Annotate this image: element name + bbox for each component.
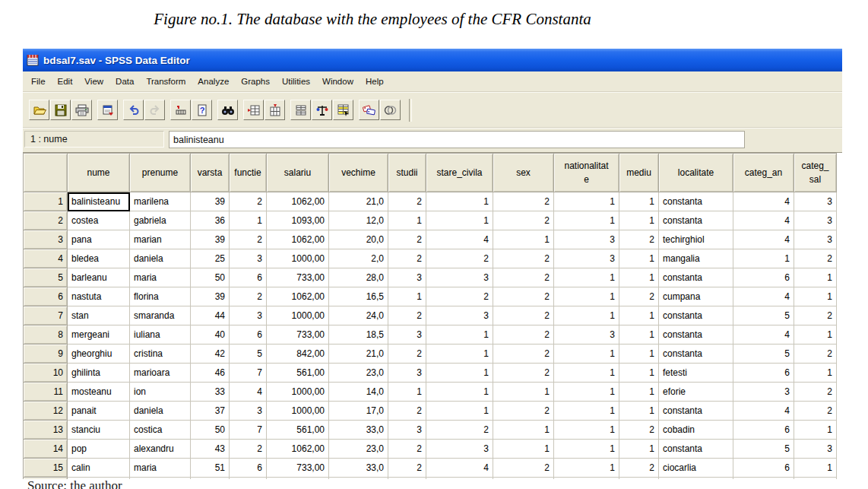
data-cell[interactable]: 1 (554, 192, 619, 211)
data-cell[interactable]: 25 (191, 249, 230, 268)
data-cell[interactable]: constanta (659, 402, 733, 421)
data-cell[interactable]: 33,0 (329, 421, 388, 440)
column-header-nationalitate[interactable]: nationalitat e (554, 154, 619, 192)
data-cell[interactable]: 2 (230, 287, 267, 306)
row-header-1[interactable]: 1 (24, 192, 68, 211)
data-cell[interactable]: 2 (493, 268, 554, 287)
row-header-4[interactable]: 4 (24, 249, 68, 268)
data-cell[interactable]: 44 (191, 306, 230, 325)
data-cell[interactable]: 20,0 (329, 230, 388, 249)
data-cell[interactable]: 2 (619, 230, 659, 249)
toolbar-button-select-cases[interactable] (333, 100, 353, 120)
data-cell[interactable]: 2 (388, 345, 426, 364)
data-cell[interactable]: pana (68, 230, 130, 249)
data-cell[interactable]: 2 (794, 345, 837, 364)
data-cell[interactable]: 6 (733, 421, 794, 440)
data-cell[interactable]: 1000,00 (267, 402, 329, 421)
data-cell[interactable]: 2 (794, 383, 837, 402)
data-cell[interactable]: 1 (230, 211, 267, 230)
data-cell[interactable]: 1 (619, 211, 659, 230)
data-cell[interactable]: 24,0 (329, 306, 388, 325)
data-cell[interactable]: 1 (619, 383, 659, 402)
data-cell[interactable]: costea (68, 211, 130, 230)
data-cell[interactable]: 1 (794, 364, 837, 383)
menu-item-view[interactable]: View (78, 75, 109, 87)
data-cell[interactable]: 1000,00 (267, 249, 329, 268)
column-header-studii[interactable]: studii (388, 154, 426, 192)
data-cell[interactable]: 842,00 (267, 345, 329, 364)
column-header-sex[interactable]: sex (493, 154, 554, 192)
data-cell[interactable]: 42 (191, 345, 230, 364)
data-cell[interactable]: 2 (493, 211, 554, 230)
toolbar-button-find[interactable] (217, 100, 238, 120)
data-cell[interactable]: 1 (426, 345, 493, 364)
data-cell[interactable]: 43 (191, 440, 230, 459)
data-cell[interactable]: daniela (130, 402, 191, 421)
data-cell[interactable]: 1 (794, 287, 837, 306)
data-cell[interactable]: mosteanu (68, 383, 130, 402)
data-cell[interactable]: 4 (733, 402, 794, 421)
data-cell[interactable]: 3 (426, 268, 493, 287)
data-cell[interactable]: 2 (493, 364, 554, 383)
data-cell[interactable]: 1 (794, 421, 837, 440)
data-cell[interactable]: 4 (733, 192, 794, 211)
data-cell[interactable]: 1 (619, 440, 659, 459)
toolbar-button-goto-case[interactable] (170, 100, 191, 120)
data-cell[interactable]: 1062,00 (267, 192, 329, 211)
toolbar-button-weight-cases[interactable] (312, 100, 332, 120)
column-header-functie[interactable]: functie (230, 154, 267, 192)
data-cell[interactable]: 3 (388, 325, 426, 345)
data-cell[interactable]: ion (130, 383, 191, 402)
data-cell[interactable]: 2 (388, 402, 426, 421)
data-cell[interactable]: 561,00 (267, 364, 329, 383)
data-cell[interactable]: constanta (659, 211, 733, 230)
toolbar-button-insert-variable[interactable] (265, 100, 285, 120)
data-cell[interactable]: 1 (733, 249, 794, 268)
menu-item-help[interactable]: Help (360, 75, 390, 87)
data-cell[interactable]: costica (130, 421, 191, 440)
data-cell[interactable]: 1 (794, 268, 837, 287)
data-cell[interactable]: 6 (230, 268, 267, 287)
data-cell[interactable]: 4 (733, 287, 794, 306)
data-cell[interactable]: 3 (230, 249, 267, 268)
data-cell[interactable]: 1 (388, 211, 426, 230)
data-cell[interactable]: 4 (426, 230, 493, 249)
data-cell[interactable]: mergeani (68, 325, 130, 345)
data-cell[interactable]: 3 (388, 421, 426, 440)
column-header-varsta[interactable]: varsta (191, 154, 230, 192)
row-header-11[interactable]: 11 (24, 383, 68, 402)
data-cell[interactable]: 17,0 (329, 402, 388, 421)
menu-item-file[interactable]: File (25, 75, 52, 87)
data-cell[interactable]: maria (130, 268, 191, 287)
data-cell[interactable]: mangalia (659, 249, 733, 268)
toolbar-button-save[interactable] (50, 100, 71, 120)
menu-item-data[interactable]: Data (109, 75, 140, 87)
data-cell[interactable]: 2 (388, 440, 426, 459)
data-cell[interactable]: 5 (733, 440, 794, 459)
data-cell[interactable]: 3 (388, 268, 426, 287)
row-header-3[interactable]: 3 (24, 230, 68, 249)
data-cell[interactable]: marioara (130, 364, 191, 383)
data-cell[interactable]: constanta (659, 440, 733, 459)
data-cell[interactable]: 1 (426, 211, 493, 230)
row-header-13[interactable]: 13 (24, 421, 68, 440)
row-header-6[interactable]: 6 (24, 287, 68, 306)
row-header-2[interactable]: 2 (24, 211, 68, 230)
data-cell[interactable]: 1093,00 (267, 211, 329, 230)
data-cell[interactable]: 2 (388, 192, 426, 211)
data-cell[interactable]: 2 (493, 287, 554, 306)
data-cell[interactable]: 1 (554, 383, 619, 402)
row-header-7[interactable]: 7 (24, 306, 68, 325)
cell-editor-input[interactable] (169, 131, 745, 148)
data-cell[interactable]: 39 (191, 192, 230, 211)
data-cell[interactable]: 1 (493, 421, 554, 440)
data-cell[interactable]: 2 (230, 440, 267, 459)
data-cell[interactable]: constanta (659, 268, 733, 287)
data-cell[interactable]: 1 (426, 402, 493, 421)
data-cell[interactable]: maria (130, 459, 191, 478)
data-cell[interactable]: 1 (493, 383, 554, 402)
data-cell[interactable]: 1 (554, 345, 619, 364)
data-cell[interactable]: 1 (554, 440, 619, 459)
data-cell[interactable]: 1 (619, 345, 659, 364)
data-cell[interactable]: 3 (794, 211, 837, 230)
